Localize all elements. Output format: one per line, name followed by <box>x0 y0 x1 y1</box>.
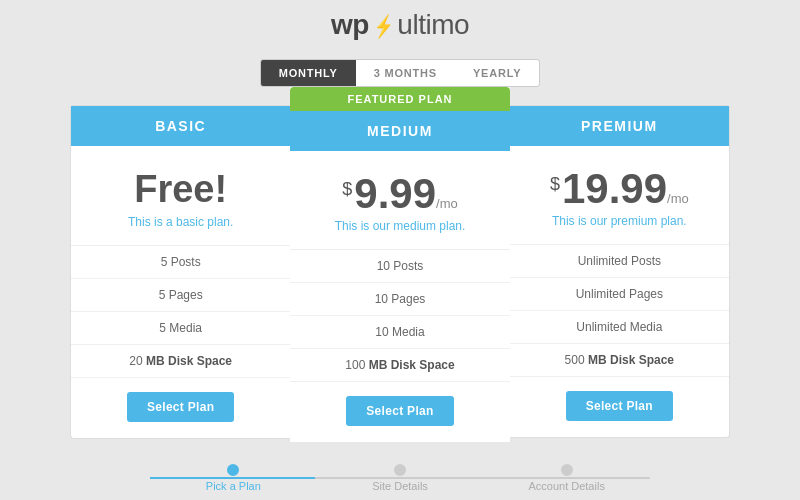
step-dot-0 <box>227 464 239 476</box>
progress-step-2: Account Details <box>483 464 650 492</box>
plan-premium-feature-0: Unlimited Posts <box>510 245 729 278</box>
logo: wp⚡ultimo <box>331 9 469 41</box>
logo-wp: wp <box>331 9 369 40</box>
logo-ultimo: ultimo <box>397 9 469 40</box>
billing-monthly-button[interactable]: Monthly <box>261 60 356 86</box>
plan-premium-price: $ 19.99 /mo This is our premium plan. <box>510 146 729 245</box>
plan-premium-dollar: $ <box>550 174 560 195</box>
step-dot-1 <box>394 464 406 476</box>
plan-premium-btn-row: Select Plan <box>510 377 729 437</box>
progress-step-1: Site Details <box>317 464 484 492</box>
step-label-2: Account Details <box>528 480 604 492</box>
featured-label: Featured Plan <box>290 87 509 111</box>
logo-bolt-icon: ⚡ <box>374 14 393 40</box>
plan-basic-select-button[interactable]: Select Plan <box>127 392 234 422</box>
plan-medium-amount: 9.99 <box>354 173 436 215</box>
plan-medium: Featured Plan Medium $ 9.99 /mo This is … <box>290 87 509 442</box>
plan-basic-feature-0: 5 Posts <box>71 246 290 279</box>
plans-container: Basic Free! This is a basic plan. 5 Post… <box>70 105 730 442</box>
plan-basic-price: Free! This is a basic plan. <box>71 146 290 246</box>
plan-basic-header: Basic <box>71 106 290 146</box>
plan-medium-feature-0: 10 Posts <box>290 250 509 283</box>
plan-medium-feature-2: 10 Media <box>290 316 509 349</box>
step-label-1: Site Details <box>372 480 428 492</box>
plan-basic-price-free: Free! <box>134 168 227 211</box>
plan-premium-feature-3: 500 MB Disk Space <box>510 344 729 377</box>
plan-basic-feature-3: 20 MB Disk Space <box>71 345 290 378</box>
billing-toggle: Monthly 3 Months Yearly <box>260 59 541 87</box>
plan-basic: Basic Free! This is a basic plan. 5 Post… <box>70 105 290 439</box>
progress-step-0: Pick a Plan <box>150 464 317 492</box>
step-dot-2 <box>561 464 573 476</box>
plan-medium-price: $ 9.99 /mo This is our medium plan. <box>290 151 509 250</box>
plan-basic-feature-2: 5 Media <box>71 312 290 345</box>
plan-medium-select-button[interactable]: Select Plan <box>346 396 453 426</box>
plan-basic-description: This is a basic plan. <box>128 215 233 229</box>
plan-medium-dollar: $ <box>342 179 352 200</box>
plan-medium-period: /mo <box>436 196 458 211</box>
billing-3months-button[interactable]: 3 Months <box>356 60 455 86</box>
plan-medium-header: Medium <box>290 111 509 151</box>
plan-premium: Premium $ 19.99 /mo This is our premium … <box>510 105 730 438</box>
plan-basic-feature-1: 5 Pages <box>71 279 290 312</box>
plan-premium-feature-2: Unlimited Media <box>510 311 729 344</box>
plan-medium-description: This is our medium plan. <box>335 219 466 233</box>
progress-steps: Pick a Plan Site Details Account Details <box>150 464 650 492</box>
plan-medium-feature-3: 100 MB Disk Space <box>290 349 509 382</box>
plan-medium-feature-1: 10 Pages <box>290 283 509 316</box>
plan-basic-btn-row: Select Plan <box>71 378 290 438</box>
plan-premium-select-button[interactable]: Select Plan <box>566 391 673 421</box>
progress-section: Pick a Plan Site Details Account Details <box>150 464 650 492</box>
plan-premium-description: This is our premium plan. <box>552 214 687 228</box>
billing-yearly-button[interactable]: Yearly <box>455 60 539 86</box>
plan-medium-btn-row: Select Plan <box>290 382 509 442</box>
plan-premium-feature-1: Unlimited Pages <box>510 278 729 311</box>
plan-premium-period: /mo <box>667 191 689 206</box>
plan-premium-amount: 19.99 <box>562 168 667 210</box>
step-label-0: Pick a Plan <box>206 480 261 492</box>
plan-premium-header: Premium <box>510 106 729 146</box>
